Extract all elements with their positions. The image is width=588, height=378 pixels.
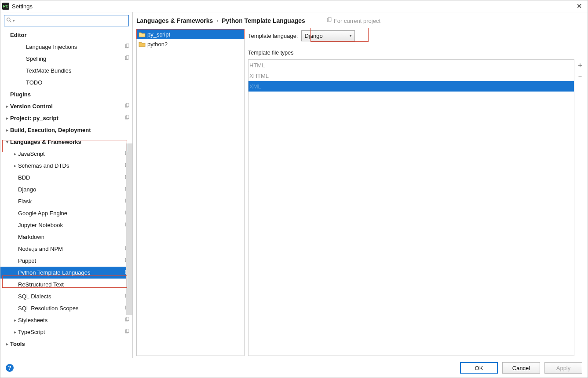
svg-line-1 xyxy=(10,21,11,22)
tree-item-label: Python Template Languages xyxy=(18,269,123,276)
add-button[interactable]: ＋ xyxy=(575,60,585,70)
tree-item-label: Project: py_script xyxy=(10,115,123,121)
tree-item[interactable]: ▸Python Template Languages xyxy=(0,267,132,279)
tree-item[interactable]: ▸TODO xyxy=(0,77,132,88)
tree-item[interactable]: ▸Language Injections xyxy=(0,41,132,53)
body: ▾ ▸Editor▸Language Injections▸Spelling▸T… xyxy=(0,12,588,358)
tree-item[interactable]: ▸Flask xyxy=(0,195,132,207)
template-language-value: Django xyxy=(304,33,322,39)
search-icon xyxy=(6,17,12,24)
file-type-item[interactable]: XML xyxy=(248,81,574,92)
tree-item-label: ReStructured Text xyxy=(18,281,130,288)
tree-item[interactable]: ▸TypeScript xyxy=(0,326,132,338)
tree-item[interactable]: ▸Project: py_script xyxy=(0,112,132,124)
chevron-right-icon[interactable]: ▸ xyxy=(4,341,10,346)
tree-item[interactable]: ▸Build, Execution, Deployment xyxy=(0,124,132,136)
project-item-label: python2 xyxy=(147,41,168,48)
ok-button[interactable]: OK xyxy=(460,362,498,374)
tree-item[interactable]: ▸Django xyxy=(0,183,132,195)
tree-item[interactable]: ▸Spelling xyxy=(0,53,132,65)
tree-item-label: TextMate Bundles xyxy=(26,67,130,74)
chevron-right-icon[interactable]: ▸ xyxy=(12,151,18,156)
tree-item-label: Stylesheets xyxy=(18,317,123,323)
cancel-button[interactable]: Cancel xyxy=(502,362,540,374)
tree-item[interactable]: ▸Jupyter Notebook xyxy=(0,219,132,231)
remove-button[interactable]: － xyxy=(575,72,585,81)
tree-item-label: Plugins xyxy=(10,91,130,98)
template-language-label: Template language: xyxy=(248,33,298,39)
tree-item[interactable]: ▸ReStructured Text xyxy=(0,279,132,290)
search-box[interactable]: ▾ xyxy=(4,15,129,26)
tree-item-label: Node.js and NPM xyxy=(18,246,123,252)
tree-item[interactable]: ▸TextMate Bundles xyxy=(0,65,132,77)
tree-item-label: TypeScript xyxy=(18,329,123,335)
file-type-item[interactable]: XHTML xyxy=(248,70,574,81)
tree-item-label: TODO xyxy=(26,79,130,86)
tree-item-label: Google App Engine xyxy=(18,210,123,217)
breadcrumb-root: Languages & Frameworks xyxy=(136,17,213,24)
divider xyxy=(248,53,586,53)
tree-item[interactable]: ▸Puppet xyxy=(0,255,132,267)
app-icon: PC xyxy=(2,3,9,10)
tree-item[interactable]: ▸Stylesheets xyxy=(0,314,132,326)
tree-item[interactable]: ▸Schemas and DTDs xyxy=(0,160,132,172)
file-types-list[interactable]: HTMLXHTMLXML xyxy=(248,59,574,356)
copy-icon xyxy=(124,55,130,62)
chevron-down-icon[interactable]: ▾ xyxy=(4,139,10,144)
tree-item-label: SQL Resolution Scopes xyxy=(18,305,123,312)
tree-item[interactable]: ▸Version Control xyxy=(0,100,132,112)
tree-item-label: Language Injections xyxy=(26,44,123,50)
tree-item[interactable]: ▸JavaScript xyxy=(0,148,132,160)
project-item[interactable]: python2 xyxy=(137,39,244,49)
tree-item[interactable]: ▸Node.js and NPM xyxy=(0,243,132,255)
copy-icon xyxy=(326,17,332,24)
tree-item-label: Spelling xyxy=(26,55,123,62)
template-language-combo[interactable]: Django ▾ xyxy=(301,30,355,41)
copy-icon xyxy=(124,103,130,110)
chevron-right-icon[interactable]: ▸ xyxy=(12,163,18,168)
file-type-item[interactable]: HTML xyxy=(248,60,574,70)
close-icon[interactable]: ✕ xyxy=(573,2,586,10)
tree-item-label: Version Control xyxy=(10,103,123,110)
scrollbar-thumb[interactable] xyxy=(126,143,132,315)
chevron-right-icon[interactable]: ▸ xyxy=(4,104,10,109)
group-label: Template file types xyxy=(248,50,296,56)
copy-icon xyxy=(124,329,130,335)
breadcrumb: Languages & Frameworks › Python Template… xyxy=(133,12,588,27)
projects-list[interactable]: py_scriptpython2 xyxy=(136,29,245,356)
tree-item[interactable]: ▸Editor xyxy=(0,29,132,41)
tree-item-label: BDD xyxy=(18,174,123,181)
svg-rect-7 xyxy=(126,103,129,107)
tree-item[interactable]: ▸Plugins xyxy=(0,88,132,100)
breadcrumb-leaf: Python Template Languages xyxy=(222,17,305,24)
tree-item[interactable]: ▾Languages & Frameworks xyxy=(0,136,132,148)
chevron-right-icon[interactable]: ▸ xyxy=(12,330,18,334)
apply-button[interactable]: Apply xyxy=(544,362,582,374)
svg-rect-37 xyxy=(126,329,129,333)
file-types-toolbar: ＋ － xyxy=(574,59,586,356)
filetypes-body: HTMLXHTMLXML ＋ － xyxy=(248,59,586,356)
scope-hint: For current project xyxy=(326,17,380,24)
project-item[interactable]: py_script xyxy=(137,29,244,39)
chevron-right-icon[interactable]: ▸ xyxy=(4,128,10,132)
tree-item[interactable]: ▸SQL Resolution Scopes xyxy=(0,302,132,314)
tree-item[interactable]: ▸BDD xyxy=(0,172,132,183)
tree-item-label: Django xyxy=(18,186,123,193)
chevron-right-icon[interactable]: ▸ xyxy=(4,116,10,121)
svg-point-0 xyxy=(7,18,10,21)
tree-item[interactable]: ▸Tools xyxy=(0,338,132,350)
chevron-right-icon[interactable]: ▸ xyxy=(12,318,18,323)
svg-rect-35 xyxy=(126,317,129,321)
search-dropdown-icon[interactable]: ▾ xyxy=(13,18,15,23)
tree-item[interactable]: ▸Markdown xyxy=(0,231,132,243)
footer: ? OK Cancel Apply xyxy=(0,358,588,378)
tree-item[interactable]: ▸SQL Dialects xyxy=(0,290,132,302)
svg-rect-39 xyxy=(328,18,331,21)
tree-item[interactable]: ▸Google App Engine xyxy=(0,207,132,219)
help-icon[interactable]: ? xyxy=(6,364,14,372)
window-title: Settings xyxy=(12,3,573,10)
settings-tree[interactable]: ▸Editor▸Language Injections▸Spelling▸Tex… xyxy=(0,29,132,358)
project-item-label: py_script xyxy=(147,31,170,38)
search-input[interactable] xyxy=(17,16,127,26)
template-language-row: Template language: Django ▾ xyxy=(248,29,586,42)
